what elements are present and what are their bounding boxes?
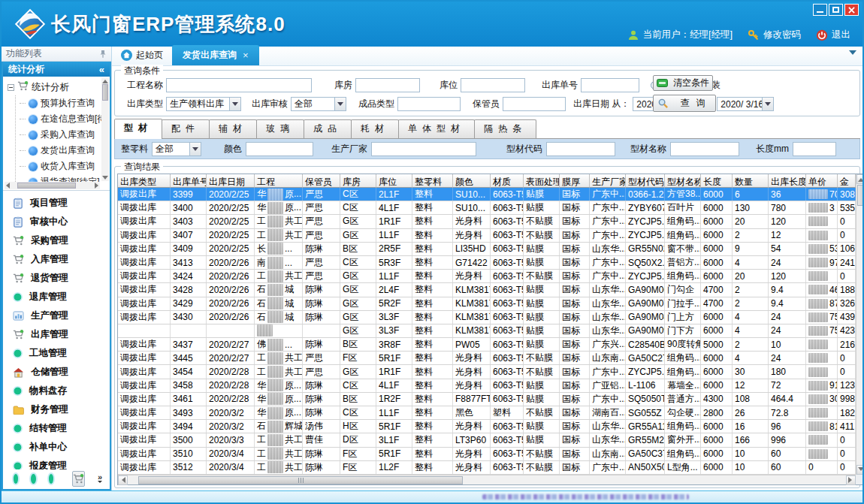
outbound-type-select[interactable]: 生产领料出库 [166, 97, 241, 111]
product-type-input[interactable] [397, 97, 461, 111]
column-header[interactable]: 材质 [491, 174, 524, 188]
color-input[interactable] [246, 142, 313, 156]
pin-icon[interactable] [99, 50, 107, 59]
tab-close-icon[interactable]: × [243, 52, 249, 59]
keeper-input[interactable] [503, 97, 566, 111]
table-row[interactable]: 调拨出库34612020/2/28华原...陈琳B区1R2F整料F8877FT6… [118, 393, 856, 406]
material-tab-玻璃[interactable]: 玻璃 [256, 119, 304, 138]
tree-item[interactable]: 发货出库查询 [20, 143, 101, 158]
footer-cart-button[interactable] [72, 471, 85, 487]
column-header[interactable]: 工程 [255, 174, 303, 188]
sidebar-item-退货管理[interactable]: 退货管理 [3, 269, 110, 288]
sidebar-item-补单中心[interactable]: 补单中心 [3, 438, 110, 457]
sidebar-item-仓储管理[interactable]: 仓储管理 [3, 363, 110, 382]
tab-shipping-outbound-query[interactable]: 发货出库查询 × [172, 45, 259, 65]
tree-root-statistics[interactable]: 统计分析 [8, 79, 101, 95]
tree-item[interactable]: 退库管理[待定] [20, 190, 101, 191]
order-no-input[interactable] [581, 78, 639, 92]
column-header[interactable]: 膜厚 [560, 174, 590, 188]
tree-item[interactable]: 预算执行查询 [20, 95, 101, 111]
sidebar-item-物料盘存[interactable]: 物料盘存 [3, 382, 110, 400]
table-row[interactable]: 调拨出库34242020/2/26工共工程严思G区1L1F整料光身料6063-T… [118, 270, 856, 283]
column-header[interactable]: 数量 [733, 174, 769, 188]
close-window-button[interactable] [844, 4, 859, 16]
grid-horizontal-scrollbar[interactable] [118, 475, 856, 484]
sidebar-item-采购管理[interactable]: 采购管理 [3, 231, 110, 250]
tree-vertical-scrollbar[interactable] [101, 78, 109, 181]
manufacturer-input[interactable] [371, 142, 476, 156]
column-header[interactable]: 出库日期 [207, 174, 255, 188]
sidebar-item-入库管理[interactable]: 入库管理 [3, 250, 110, 269]
vertical-scroll-thumb[interactable] [857, 185, 864, 206]
change-password-button[interactable]: 修改密码 [748, 29, 801, 41]
material-tab-成品[interactable]: 成品 [304, 119, 352, 138]
material-tab-辅材[interactable]: 辅材 [209, 119, 257, 138]
tree-item[interactable]: 在途信息查询[待 [20, 111, 101, 127]
column-header[interactable]: 颜色 [453, 174, 491, 188]
grid-vertical-scrollbar[interactable] [856, 174, 864, 475]
audit-select[interactable]: 全部 [291, 97, 346, 111]
horizontal-scroll-thumb[interactable] [138, 476, 463, 484]
column-header[interactable]: 长度 [701, 174, 733, 188]
table-row[interactable]: 调拨出库34542020/2/28工共工程严思G区1R1F整料光身料6063-T… [118, 365, 856, 379]
sidebar-overflow-button[interactable]: » [98, 474, 102, 484]
table-row[interactable]: 调拨出库35102020/3/4工共工程陈琳F区5R1F整料光身料6063-T5… [118, 448, 856, 461]
table-row[interactable]: G区3L3F整料KLM38176063-T5贴膜国标山东华...GA90M09.… [118, 324, 856, 338]
table-row[interactable]: 调拨出库35122020/3/4工共工程陈琳F区1L2F整料光身料6063-T5… [118, 461, 856, 475]
material-tab-单体型材[interactable]: 单体型材 [398, 119, 475, 138]
column-header[interactable]: 库房 [340, 174, 376, 188]
column-header[interactable]: 型材代码 [626, 174, 665, 188]
sidebar-item-报废管理[interactable]: 报废管理 [3, 457, 110, 469]
sidebar-item-出库管理[interactable]: 出库管理 [3, 325, 110, 344]
table-row[interactable]: 调拨出库34072020/2/25工共工程严思G区1L1F整料光身料6063-T… [118, 229, 856, 243]
project-name-input[interactable] [166, 78, 312, 92]
maximize-button[interactable] [829, 4, 843, 16]
tab-home[interactable]: 起始页 [115, 46, 172, 65]
profile-name-input[interactable] [670, 142, 739, 156]
minimize-button[interactable] [813, 4, 827, 16]
column-header[interactable]: 金 [838, 174, 856, 188]
table-row[interactable]: 调拨出库35002020/3/3工共工程曹佳D区3L1F整料LT3P606063… [118, 433, 856, 447]
whole-piece-select[interactable]: 全部 [152, 142, 201, 156]
footer-dot-icon[interactable] [14, 474, 18, 484]
footer-dot-icon[interactable] [31, 474, 35, 484]
column-header[interactable]: 出库长度 [769, 174, 806, 188]
material-tab-配件[interactable]: 配件 [162, 119, 210, 138]
table-row[interactable]: 调拨出库34582020/2/28华原...陈琳C区4L1F整料光身料6063-… [118, 379, 856, 393]
column-header[interactable]: 表面处理 [524, 174, 560, 188]
tree-item[interactable]: 收货入库查询 [20, 158, 101, 174]
column-header[interactable]: 保管员 [303, 174, 340, 188]
table-row[interactable]: 调拨出库34292020/2/26石城陈琳G区5R2F整料KLM38176063… [118, 297, 856, 311]
date-to-picker[interactable]: 2020/ 3/16 [717, 97, 774, 111]
table-row[interactable]: 调拨出库34302020/2/26石城陈琳G区3L3F整料KLM38176063… [118, 311, 856, 324]
footer-dot-icon[interactable] [49, 474, 53, 484]
tree-item[interactable]: 采购入库查询 [20, 127, 101, 143]
material-tab-型材[interactable]: 型材 [114, 119, 162, 139]
column-header[interactable]: 库位 [376, 174, 412, 188]
length-input[interactable] [793, 142, 836, 156]
column-header[interactable]: 型材名称 [665, 174, 701, 188]
clear-conditions-button[interactable]: 清空条件 [653, 75, 713, 91]
column-header[interactable]: 生产厂家 [590, 174, 626, 188]
sidebar-item-财务管理[interactable]: 财务管理 [3, 400, 110, 419]
table-row[interactable]: 调拨出库34932020/3/2华原...陈琳C区1L1F整料黑色塑料不贴膜国标… [118, 406, 856, 420]
table-row[interactable]: 调拨出库34282020/2/26石城陈琳G区2L4F整料KLM38176063… [118, 283, 856, 297]
table-row[interactable]: 调拨出库34942020/3/2石辉城汤伟H区5R1F整料光身料6063-T5贴… [118, 420, 856, 433]
search-button[interactable]: 查询 [653, 95, 716, 112]
column-header[interactable]: 单价 [806, 174, 838, 188]
logout-button[interactable]: 退出 [816, 29, 850, 41]
sidebar-item-结转管理[interactable]: 结转管理 [3, 419, 110, 438]
table-row[interactable]: 调拨出库34002020/2/25华原...严思C区4L1F整料SU10...6… [118, 201, 856, 215]
sidebar-item-退库管理[interactable]: 退库管理 [3, 288, 110, 306]
tree-horizontal-scrollbar[interactable] [5, 182, 100, 189]
location-input[interactable] [461, 78, 525, 92]
warehouse-input[interactable] [355, 78, 420, 92]
table-row[interactable]: 调拨出库34092020/2/25长...陈琳B区2R5F整料LI35HD606… [118, 243, 856, 256]
tree-expander-icon[interactable] [8, 84, 14, 91]
scroll-left-button[interactable] [118, 475, 128, 485]
column-header[interactable]: 出库类型 [118, 174, 171, 188]
profile-code-input[interactable] [546, 142, 615, 156]
scroll-right-button[interactable] [846, 475, 856, 485]
scroll-up-button[interactable] [856, 174, 864, 184]
table-row[interactable]: 调拨出库34032020/2/25工共工程严思G区1R1F整料光身料6063-T… [118, 215, 856, 228]
